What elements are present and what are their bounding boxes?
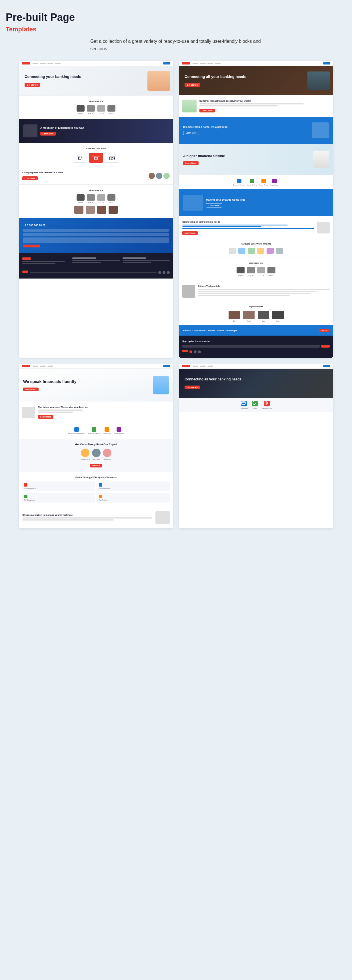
footer-bottom — [22, 270, 170, 274]
nav-link-dot — [40, 366, 46, 367]
nav-link-dot — [33, 366, 38, 367]
nav-links-4 — [193, 366, 321, 367]
building-line — [200, 103, 304, 105]
hero-title-1: Connecting your banking needs — [24, 75, 81, 80]
svg-text:$: $ — [266, 402, 267, 404]
feature-item-4: Legal Advice — [270, 179, 278, 186]
hero-title-2: Connecting all your banking needs — [184, 75, 246, 80]
pricing-price-starter: $14 — [75, 157, 85, 160]
blue-promise-img — [312, 123, 329, 138]
products-row-1: $24.99 $18.99 $32.00 $45.00 — [22, 105, 170, 115]
product-price: $32.00 — [99, 113, 104, 115]
product-img — [87, 194, 95, 200]
product-item — [97, 206, 106, 214]
card-icon-item-1: Credit cards — [240, 401, 248, 409]
nav-link-dot — [193, 63, 198, 64]
product-thumb-3 — [258, 311, 269, 319]
feature-icon-cust — [92, 427, 96, 432]
testimonial-img — [182, 285, 195, 298]
product-item: $45.00 — [267, 267, 275, 276]
product-img — [97, 194, 105, 200]
strategy-text-4: Risk Analysis — [99, 499, 168, 501]
product-name-4: Case — [276, 320, 280, 322]
feature-label-business: Business Finance — [234, 184, 245, 186]
nav-bar-2 — [179, 61, 333, 66]
product-thumb-2 — [243, 311, 254, 319]
feature-icon-business — [237, 179, 242, 183]
strategy-icon-3 — [24, 495, 27, 498]
partner-logo-5 — [267, 248, 274, 254]
feature-label-banking: Money Banking — [247, 184, 257, 186]
testimonials-section: Clients Testimonials — [179, 280, 333, 302]
feature-icon-banking — [250, 179, 254, 183]
form-input-message — [23, 237, 169, 243]
product-img — [97, 206, 106, 214]
form-submit — [23, 245, 40, 247]
nav-cta-2 — [323, 62, 330, 65]
product-img — [109, 206, 118, 214]
products-grid-2: Belt Wallet Bag Case — [182, 311, 330, 322]
financials-title: We speak financials fluently — [23, 379, 150, 384]
product-img — [97, 105, 105, 111]
testimonial-text: Clients Testimonials — [198, 285, 330, 297]
template-card-4[interactable]: Connecting all your banking needs Get St… — [179, 364, 333, 528]
altitude-hero: A higher financial altitude Learn More — [179, 144, 333, 175]
nav-links-3 — [33, 366, 161, 367]
footer-line — [22, 263, 56, 264]
team-avatar-3 — [163, 173, 170, 179]
service-line — [38, 409, 83, 410]
page-description: Get a collection of a great variety of r… — [90, 38, 262, 52]
consult-name-2: Kevin White — [93, 458, 100, 460]
feature-icon-exc — [74, 427, 79, 432]
financials-text: We speak financials fluently Get Started — [23, 379, 150, 391]
partners-title: Partners Who Work With Us — [182, 243, 330, 245]
product-item — [109, 206, 118, 214]
contact-phone: +1 0 800 000 20 20 — [23, 224, 169, 227]
service-img — [317, 222, 330, 234]
nav-link-dot — [207, 63, 213, 64]
consult-avatar-1 — [81, 449, 90, 457]
template-card-1[interactable]: Connecting your banking needs Get Starte… — [19, 61, 173, 358]
strategy-text-2: Investment Growth — [99, 487, 168, 489]
template-card-3[interactable]: We speak financials fluently Get Started… — [19, 364, 173, 528]
product-name-2: Wallet — [247, 320, 251, 322]
nav-link-dot — [207, 366, 213, 367]
footer-col-1 — [22, 258, 69, 265]
footer-content — [22, 258, 170, 265]
solution-line — [22, 517, 152, 519]
service-line — [182, 224, 288, 226]
footer-line — [72, 262, 101, 263]
blue-promise-btn: Learn More — [183, 131, 199, 135]
service-lines: Connecting all your banking needs Learn … — [182, 221, 314, 235]
products-row-2: $24.99 $18.99 $32.00 $45.00 — [22, 194, 170, 204]
template-card-2[interactable]: Connecting all your banking needs Get St… — [179, 61, 333, 358]
team-title: Changing lives one member at a time — [22, 171, 146, 174]
newsletter-section-2: Sign up for the newsletter — [179, 336, 333, 358]
pricing-title: Choose Your Plan — [22, 147, 170, 150]
accessories-title-3: Accessories — [182, 262, 330, 264]
dark-banner-btn: Learn More — [40, 132, 56, 135]
pricing-price-business: $29 — [91, 157, 101, 160]
products-row-3 — [22, 206, 170, 214]
partner-logo-1 — [229, 248, 236, 254]
service-title: Connecting all your banking needs — [182, 221, 314, 223]
social-fb-2 — [198, 350, 201, 353]
service-line — [182, 228, 314, 229]
card-icon-item-2: Saving — [252, 401, 258, 409]
team-avatars — [149, 173, 170, 179]
testimonials-title: Clients Testimonials — [198, 285, 330, 287]
building-section: Building, managing and preserving your w… — [179, 95, 333, 117]
service-btn: Learn More — [182, 231, 198, 235]
page-subtitle: Templates — [6, 26, 346, 33]
loans-icon: $ — [264, 401, 270, 406]
credit-card-icon — [241, 401, 247, 406]
dreams-title: Making Your Dreams Come True — [206, 198, 329, 201]
footer-col-3 — [123, 258, 170, 265]
strategy-text-3: Tax Management — [24, 499, 93, 501]
strategy-text-1: Financial Planning — [24, 487, 93, 489]
feature-item-2: Money Banking — [247, 179, 257, 186]
feature-icon-legal — [272, 179, 277, 183]
credit-union-btn: Sign Up — [319, 329, 329, 332]
dreams-btn: Learn More — [206, 203, 222, 207]
strategy-section: Better Strategy With Quality Business Fi… — [19, 472, 173, 507]
